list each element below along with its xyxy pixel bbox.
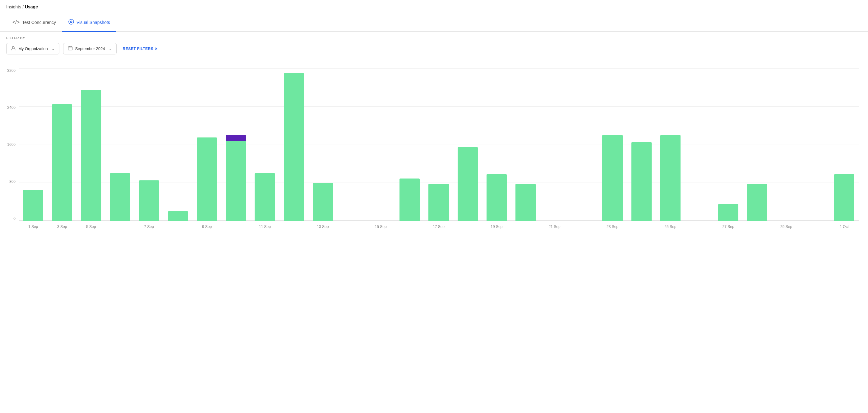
x-label: 27 Sep — [714, 222, 743, 233]
bar[interactable] — [284, 73, 304, 221]
bar[interactable] — [428, 184, 448, 221]
svg-point-3 — [12, 46, 14, 48]
bar-group[interactable] — [511, 68, 540, 221]
x-label: 9 Sep — [192, 222, 221, 233]
bar[interactable] — [226, 135, 246, 221]
x-label: 1 Sep — [19, 222, 48, 233]
breadcrumb: Insights / Usage — [0, 0, 868, 14]
bar-group[interactable] — [772, 68, 801, 221]
date-filter[interactable]: September 2024 ⌄ — [63, 43, 117, 54]
x-label: 15 Sep — [366, 222, 395, 233]
y-label-3200: 3200 — [3, 68, 16, 73]
bar[interactable] — [168, 211, 188, 221]
bar[interactable] — [487, 174, 507, 221]
x-label: 5 Sep — [76, 222, 105, 233]
bar[interactable] — [602, 135, 622, 221]
bar[interactable] — [718, 204, 738, 221]
bar[interactable] — [52, 104, 72, 221]
bar-group[interactable] — [627, 68, 656, 221]
breadcrumb-current: Usage — [25, 4, 38, 9]
bar-group[interactable] — [685, 68, 714, 221]
x-label — [106, 222, 135, 233]
chart-area: 0 800 1600 2400 3200 1 Sep3 Sep5 Sep7 Se… — [19, 68, 859, 233]
bar-group[interactable] — [76, 68, 105, 221]
x-label — [627, 222, 656, 233]
x-label: 7 Sep — [135, 222, 163, 233]
bar-group[interactable] — [135, 68, 163, 221]
x-label: 19 Sep — [482, 222, 511, 233]
bar[interactable] — [834, 174, 854, 221]
bar-group[interactable] — [19, 68, 48, 221]
bar[interactable] — [23, 190, 43, 221]
bar[interactable] — [747, 184, 767, 221]
bar-group[interactable] — [337, 68, 366, 221]
tab-visual-snapshots[interactable]: Visual Snapshots — [62, 14, 116, 32]
x-label — [395, 222, 424, 233]
bar-group[interactable] — [801, 68, 830, 221]
bar[interactable] — [313, 183, 333, 221]
bar-group[interactable] — [192, 68, 221, 221]
bar-group[interactable] — [424, 68, 453, 221]
x-label: 17 Sep — [424, 222, 453, 233]
organization-filter[interactable]: My Organization ⌄ — [6, 43, 59, 54]
bar-group[interactable] — [366, 68, 395, 221]
bar-group[interactable] — [569, 68, 598, 221]
tab-test-concurrency[interactable]: </> Test Concurrency — [6, 14, 62, 31]
organization-label: My Organization — [18, 46, 48, 51]
svg-rect-4 — [68, 47, 72, 50]
x-label: 29 Sep — [772, 222, 801, 233]
bar[interactable] — [139, 180, 159, 221]
x-label: 21 Sep — [540, 222, 569, 233]
bar-group[interactable] — [830, 68, 859, 221]
camera-icon — [68, 19, 74, 26]
x-label — [801, 222, 830, 233]
bar-group[interactable] — [395, 68, 424, 221]
bar-group[interactable] — [714, 68, 743, 221]
filter-row: My Organization ⌄ September 2024 ⌄ RESET… — [6, 43, 862, 54]
tabs-bar: </> Test Concurrency Visual Snapshots — [0, 14, 868, 32]
svg-point-2 — [70, 21, 72, 22]
bar-group[interactable] — [163, 68, 192, 221]
bar-group[interactable] — [221, 68, 250, 221]
x-label — [163, 222, 192, 233]
close-icon: ✕ — [155, 47, 158, 51]
bar-group[interactable] — [743, 68, 772, 221]
x-label: 25 Sep — [656, 222, 685, 233]
calendar-icon — [68, 46, 73, 52]
bar-group[interactable] — [656, 68, 685, 221]
x-label — [685, 222, 714, 233]
bar[interactable] — [516, 184, 536, 221]
breadcrumb-parent[interactable]: Insights — [6, 4, 21, 9]
bar[interactable] — [660, 135, 681, 221]
bar[interactable] — [458, 147, 478, 221]
x-label — [511, 222, 540, 233]
bar-group[interactable] — [598, 68, 627, 221]
x-label — [279, 222, 308, 233]
x-label: 1 Oct — [830, 222, 859, 233]
bar-group[interactable] — [279, 68, 308, 221]
reset-filters-label: RESET FILTERS — [123, 47, 154, 51]
x-label: 13 Sep — [308, 222, 337, 233]
bar-group[interactable] — [48, 68, 76, 221]
bar-group[interactable] — [453, 68, 482, 221]
x-label: 23 Sep — [598, 222, 627, 233]
date-label: September 2024 — [75, 46, 105, 51]
y-axis: 0 800 1600 2400 3200 — [3, 68, 16, 221]
bar[interactable] — [81, 90, 101, 221]
bar-group[interactable] — [540, 68, 569, 221]
bar-group[interactable] — [308, 68, 337, 221]
tab-test-concurrency-label: Test Concurrency — [22, 20, 56, 25]
bar-group[interactable] — [250, 68, 279, 221]
breadcrumb-separator: / — [22, 4, 25, 9]
bar-group[interactable] — [482, 68, 511, 221]
bar[interactable] — [110, 173, 130, 221]
bar[interactable] — [197, 138, 217, 221]
bar[interactable] — [631, 142, 652, 221]
x-label: 11 Sep — [250, 222, 279, 233]
bar[interactable] — [400, 178, 420, 221]
filter-section: FILTER BY My Organization ⌄ September 20… — [0, 32, 868, 59]
bar-group[interactable] — [106, 68, 135, 221]
bar[interactable] — [255, 173, 275, 221]
y-label-0: 0 — [3, 216, 16, 221]
reset-filters-button[interactable]: RESET FILTERS ✕ — [123, 47, 158, 51]
